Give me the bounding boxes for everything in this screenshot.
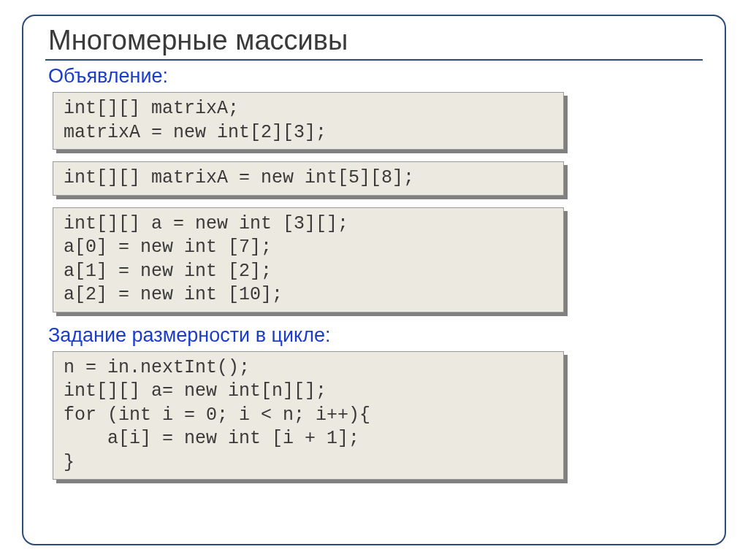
code-content-2: int[][] matrixA = new int[5][8]; (53, 161, 564, 196)
code-block-3: int[][] a = new int [3][]; a[0] = new in… (53, 207, 564, 312)
title-underline (45, 59, 703, 61)
code-content-3: int[][] a = new int [3][]; a[0] = new in… (53, 207, 564, 312)
code-block-1: int[][] matrixA; matrixA = new int[2][3]… (53, 92, 564, 150)
code-block-2: int[][] matrixA = new int[5][8]; (53, 161, 564, 196)
section-loop-dimension: Задание размерности в цикле: (45, 324, 703, 347)
slide-title: Многомерные массивы (45, 25, 703, 56)
code-content-1: int[][] matrixA; matrixA = new int[2][3]… (53, 92, 564, 150)
slide-frame: Многомерные массивы Объявление: int[][] … (22, 15, 726, 545)
code-content-4: n = in.nextInt(); int[][] a= new int[n][… (53, 351, 564, 480)
code-block-4: n = in.nextInt(); int[][] a= new int[n][… (53, 351, 564, 480)
section-declaration: Объявление: (45, 65, 703, 88)
